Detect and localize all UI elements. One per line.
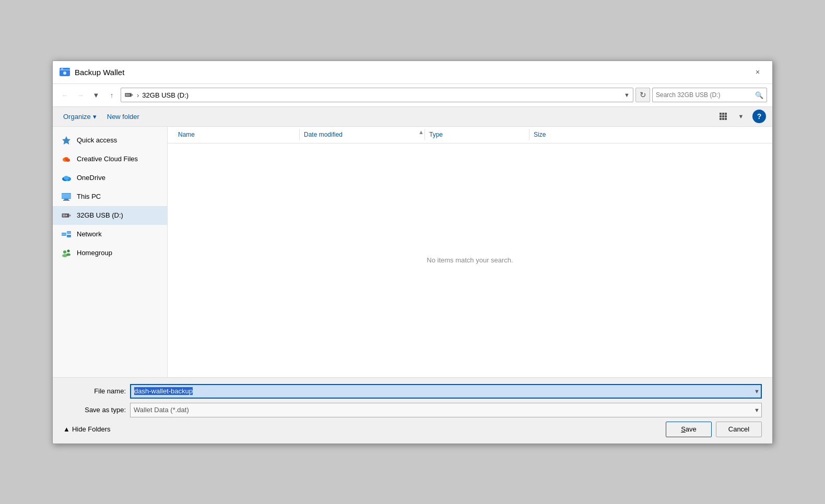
svg-rect-3 bbox=[61, 68, 63, 69]
this-pc-label: This PC bbox=[77, 193, 101, 200]
view-grid-icon bbox=[720, 113, 729, 120]
svg-point-39 bbox=[67, 249, 70, 252]
col-header-name[interactable]: Name bbox=[174, 129, 299, 140]
view-options-button[interactable] bbox=[717, 110, 732, 123]
svg-rect-27 bbox=[64, 199, 68, 200]
cancel-label: Cancel bbox=[728, 425, 749, 433]
svg-point-21 bbox=[63, 158, 65, 160]
column-headers: ▲ Name Date modified Type Size bbox=[168, 127, 772, 143]
svg-rect-13 bbox=[725, 115, 727, 117]
hide-folders-label: Hide Folders bbox=[72, 425, 111, 433]
creative-cloud-icon bbox=[61, 154, 72, 164]
refresh-icon: ↻ bbox=[640, 90, 646, 100]
svg-rect-34 bbox=[62, 233, 66, 235]
save-button[interactable]: Save bbox=[666, 422, 712, 437]
new-folder-button[interactable]: New folder bbox=[103, 111, 144, 123]
onedrive-icon bbox=[61, 173, 72, 183]
usb-drive-icon bbox=[124, 91, 134, 99]
path-text: 32GB USB (D:) bbox=[142, 91, 622, 99]
bottom-buttons-row: ▲ Hide Folders Save Cancel bbox=[63, 422, 762, 437]
svg-rect-36 bbox=[67, 232, 71, 233]
backup-wallet-dialog: Backup Wallet × ← → ▼ ↑ › 32GB USB (D:) … bbox=[52, 61, 773, 444]
path-separator: › bbox=[137, 91, 139, 99]
left-navigation: Quick access Creative Cloud Files bbox=[53, 127, 168, 377]
usb-icon bbox=[61, 210, 72, 221]
creative-cloud-label: Creative Cloud Files bbox=[77, 155, 138, 163]
toolbar: Organize ▾ New folder ▼ ? bbox=[53, 107, 772, 127]
col-header-size[interactable]: Size bbox=[529, 129, 592, 140]
help-button[interactable]: ? bbox=[752, 110, 766, 123]
dropdown-button[interactable]: ▼ bbox=[89, 89, 103, 101]
nav-item-quick-access[interactable]: Quick access bbox=[53, 131, 167, 150]
app-icon bbox=[59, 66, 70, 78]
file-name-input[interactable] bbox=[130, 384, 762, 399]
svg-rect-9 bbox=[722, 113, 724, 115]
organize-button[interactable]: Organize ▾ bbox=[59, 111, 101, 123]
svg-rect-8 bbox=[720, 113, 722, 115]
svg-rect-30 bbox=[69, 214, 70, 216]
svg-rect-10 bbox=[725, 113, 727, 115]
svg-point-2 bbox=[63, 71, 66, 75]
nav-item-network[interactable]: Network bbox=[53, 225, 167, 244]
save-as-select[interactable]: Wallet Data (*.dat) bbox=[130, 403, 762, 417]
col-header-type[interactable]: Type bbox=[425, 129, 529, 140]
empty-file-area: No items match your search. bbox=[168, 143, 772, 377]
sort-arrow-icon: ▲ bbox=[418, 129, 424, 135]
file-list: ▲ Name Date modified Type Size No items … bbox=[168, 127, 772, 377]
save-as-type-row: Save as type: Wallet Data (*.dat) ▼ bbox=[63, 403, 762, 417]
organize-label: Organize bbox=[63, 113, 91, 121]
nav-item-this-pc[interactable]: This PC bbox=[53, 187, 167, 206]
svg-rect-7 bbox=[128, 94, 130, 96]
svg-rect-26 bbox=[62, 194, 71, 198]
svg-marker-17 bbox=[62, 136, 70, 145]
empty-message: No items match your search. bbox=[427, 256, 513, 264]
network-label: Network bbox=[77, 230, 102, 238]
svg-point-41 bbox=[66, 253, 70, 256]
back-button[interactable]: ← bbox=[58, 89, 72, 101]
file-name-label: File name: bbox=[63, 387, 126, 395]
network-icon bbox=[61, 229, 72, 239]
svg-rect-31 bbox=[63, 214, 65, 217]
svg-rect-32 bbox=[65, 214, 67, 216]
path-chevron: ▼ bbox=[624, 92, 630, 98]
view-dropdown-button[interactable]: ▼ bbox=[734, 110, 748, 123]
quick-access-label: Quick access bbox=[77, 136, 117, 144]
svg-rect-11 bbox=[720, 115, 722, 117]
save-as-label: Save as type: bbox=[63, 406, 126, 414]
svg-point-38 bbox=[63, 250, 66, 254]
nav-item-usb[interactable]: 32GB USB (D:) bbox=[53, 206, 167, 225]
titlebar: Backup Wallet × bbox=[53, 61, 772, 84]
nav-item-creative-cloud[interactable]: Creative Cloud Files bbox=[53, 150, 167, 169]
svg-rect-5 bbox=[132, 94, 133, 96]
up-button[interactable]: ↑ bbox=[105, 89, 119, 101]
search-input[interactable] bbox=[656, 91, 755, 99]
new-folder-label: New folder bbox=[107, 113, 139, 121]
address-path[interactable]: › 32GB USB (D:) ▼ bbox=[121, 88, 633, 102]
file-name-row: File name: ▼ bbox=[63, 384, 762, 399]
svg-point-24 bbox=[64, 176, 69, 180]
svg-rect-37 bbox=[67, 235, 71, 237]
homegroup-icon bbox=[61, 248, 72, 258]
onedrive-label: OneDrive bbox=[77, 174, 105, 182]
save-as-wrap: Wallet Data (*.dat) ▼ bbox=[130, 403, 762, 417]
quick-access-icon bbox=[61, 135, 72, 146]
svg-rect-15 bbox=[722, 118, 724, 120]
addressbar: ← → ▼ ↑ › 32GB USB (D:) ▼ ↻ 🔍 bbox=[53, 84, 772, 107]
hide-folders-arrow-icon: ▲ bbox=[63, 425, 70, 433]
nav-item-homegroup[interactable]: Homegroup bbox=[53, 244, 167, 262]
refresh-button[interactable]: ↻ bbox=[635, 88, 650, 102]
svg-rect-12 bbox=[722, 115, 724, 117]
main-content: Quick access Creative Cloud Files bbox=[53, 127, 772, 377]
cancel-button[interactable]: Cancel bbox=[716, 422, 762, 437]
close-button[interactable]: × bbox=[749, 66, 766, 78]
search-icon: 🔍 bbox=[755, 91, 763, 99]
usb-label: 32GB USB (D:) bbox=[77, 211, 123, 219]
col-header-date[interactable]: Date modified bbox=[299, 129, 425, 140]
nav-item-onedrive[interactable]: OneDrive bbox=[53, 169, 167, 187]
homegroup-label: Homegroup bbox=[77, 249, 112, 257]
svg-rect-14 bbox=[720, 118, 722, 120]
forward-button[interactable]: → bbox=[74, 89, 87, 101]
svg-rect-1 bbox=[60, 69, 70, 70]
search-box: 🔍 bbox=[652, 88, 767, 102]
hide-folders-button[interactable]: ▲ Hide Folders bbox=[63, 425, 111, 433]
